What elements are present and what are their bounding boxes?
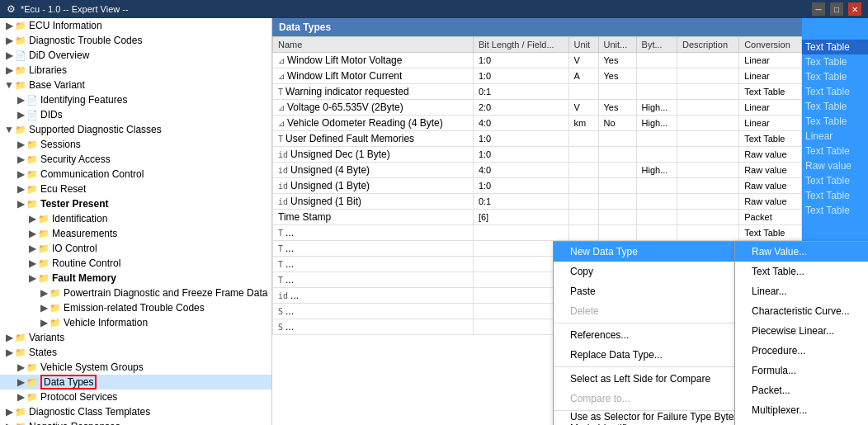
sidebar-item-did-overview[interactable]: ▶📄DiD Overview bbox=[0, 48, 271, 63]
tree-label-data-types: Data Types bbox=[44, 376, 93, 388]
sidebar-item-identification[interactable]: ▶📁Identification bbox=[0, 211, 271, 226]
tree-toggle-supported-classes[interactable]: ▼ bbox=[3, 124, 15, 135]
sub-item-procedure[interactable]: Procedure... bbox=[735, 341, 868, 361]
sidebar-item-identifying[interactable]: ▶📄Identifying Features bbox=[0, 92, 271, 107]
sidebar-item-base-variant[interactable]: ▼📁Base Variant bbox=[0, 78, 271, 92]
right-col-label: Text Table bbox=[805, 175, 850, 187]
sub-item-linear[interactable]: Linear... bbox=[735, 281, 868, 301]
sidebar-item-data-types[interactable]: ▶📁Data Types bbox=[0, 375, 271, 390]
sidebar-item-routine-control[interactable]: ▶📁Routine Control bbox=[0, 256, 271, 271]
tree-toggle-libraries[interactable]: ▶ bbox=[3, 64, 15, 76]
sidebar-item-protocol-services[interactable]: ▶📁Protocol Services bbox=[0, 390, 271, 404]
sub-item-formula[interactable]: Formula... bbox=[735, 361, 868, 380]
tree-toggle-did-overview[interactable]: ▶ bbox=[3, 50, 15, 61]
table-row[interactable]: idUnsigned (4 Byte)4:0High...Raw value bbox=[273, 163, 802, 178]
tree-toggle-identification[interactable]: ▶ bbox=[26, 213, 38, 224]
sidebar-item-ecu-info[interactable]: ▶📁ECU Information bbox=[0, 18, 271, 33]
sub-item-characteristic-curve[interactable]: Characteristic Curve... bbox=[735, 301, 868, 321]
row-icon: T bbox=[278, 276, 283, 285]
tree-toggle-base-variant[interactable]: ▼ bbox=[3, 79, 15, 91]
tree-toggle-comm-control[interactable]: ▶ bbox=[15, 168, 26, 180]
table-row[interactable]: ⊿Voltage 0-65.535V (2Byte)2:0VYesHigh...… bbox=[273, 100, 802, 116]
sidebar-item-states[interactable]: ▶📁States bbox=[0, 345, 271, 360]
cell-name-text: Unsigned (1 Bit) bbox=[290, 196, 361, 207]
tree-toggle-identifying[interactable]: ▶ bbox=[15, 94, 26, 106]
tree-toggle-vehicle-sys-groups[interactable]: ▶ bbox=[15, 361, 26, 373]
right-col-label: Text Table bbox=[805, 205, 850, 216]
table-row[interactable]: idUnsigned Dec (1 Byte)1:0Raw value bbox=[273, 147, 802, 163]
sub-item-iteration-data-type[interactable]: Iteration Data Type▶ bbox=[735, 420, 868, 425]
tree-toggle-emission-trouble[interactable]: ▶ bbox=[38, 302, 50, 314]
tree-label-diag-class-templates: Diagnostic Class Templates bbox=[29, 406, 150, 418]
maximize-button[interactable]: □ bbox=[830, 2, 843, 16]
tree-toggle-fault-memory[interactable]: ▶ bbox=[26, 272, 38, 284]
tree-toggle-protocol-services[interactable]: ▶ bbox=[15, 391, 26, 403]
cell-unit2 bbox=[598, 84, 636, 100]
sub-item-text-table[interactable]: Text Table... bbox=[735, 262, 868, 281]
sidebar-item-measurements[interactable]: ▶📁Measurements bbox=[0, 226, 271, 241]
sidebar-item-powertrain-diag[interactable]: ▶📁Powertrain Diagnostic and Freeze Frame… bbox=[0, 286, 271, 300]
sidebar-item-sessions[interactable]: ▶📁Sessions bbox=[0, 137, 271, 152]
cell-unit bbox=[568, 84, 598, 100]
sub-item-multiplexer[interactable]: Multiplexer... bbox=[735, 400, 868, 420]
sidebar-item-vehicle-info[interactable]: ▶📁Vehicle Information bbox=[0, 315, 271, 330]
tree-icon-comm-control: 📁 bbox=[26, 169, 38, 180]
sidebar-item-io-control[interactable]: ▶📁IO Control bbox=[0, 241, 271, 256]
tree-toggle-negative-responses[interactable]: ▶ bbox=[3, 421, 15, 425]
sidebar-item-dtc[interactable]: ▶📁Diagnostic Trouble Codes bbox=[0, 33, 271, 48]
sub-item-piecewise-linear[interactable]: Piecewise Linear... bbox=[735, 321, 868, 341]
tree-toggle-diag-class-templates[interactable]: ▶ bbox=[3, 406, 15, 418]
tree-toggle-data-types[interactable]: ▶ bbox=[15, 376, 26, 388]
cell-byte bbox=[636, 225, 677, 241]
cell-name-text: Window Lift Motor Voltage bbox=[287, 54, 402, 66]
right-col-label: Text Table bbox=[805, 190, 850, 201]
table-row[interactable]: TUser Defined Fault Memories1:0Text Tabl… bbox=[273, 131, 802, 147]
table-row[interactable]: ⊿Vehicle Odometer Reading (4 Byte)4:0kmN… bbox=[273, 116, 802, 131]
table-row[interactable]: TWarning indicator requested0:1Text Tabl… bbox=[273, 84, 802, 100]
sidebar-item-variants[interactable]: ▶📁Variants bbox=[0, 330, 271, 345]
tree-toggle-variants[interactable]: ▶ bbox=[3, 332, 15, 343]
row-icon: ⊿ bbox=[278, 103, 285, 112]
sidebar-item-diag-class-templates[interactable]: ▶📁Diagnostic Class Templates bbox=[0, 404, 271, 419]
tree-toggle-io-control[interactable]: ▶ bbox=[26, 243, 38, 254]
tree-toggle-ecu-reset[interactable]: ▶ bbox=[15, 183, 26, 195]
sidebar-item-emission-trouble[interactable]: ▶📁Emission-related Trouble Codes bbox=[0, 300, 271, 315]
tree-toggle-security-access[interactable]: ▶ bbox=[15, 153, 26, 165]
cell-byte bbox=[636, 210, 677, 225]
tree-toggle-vehicle-info[interactable]: ▶ bbox=[38, 317, 50, 328]
sidebar-item-fault-memory[interactable]: ▶📁Fault Memory bbox=[0, 271, 271, 286]
table-row[interactable]: ⊿Window Lift Motor Current1:0AYesLinear bbox=[273, 68, 802, 84]
sidebar-item-libraries[interactable]: ▶📁Libraries bbox=[0, 63, 271, 78]
table-row[interactable]: Time Stamp[6]Packet bbox=[273, 210, 802, 225]
tree-toggle-tester-present[interactable]: ▶ bbox=[15, 198, 26, 210]
sidebar-item-comm-control[interactable]: ▶📁Communication Control bbox=[0, 167, 271, 182]
tree-toggle-dids[interactable]: ▶ bbox=[15, 109, 26, 120]
sub-item-raw-value[interactable]: Raw Value... bbox=[735, 242, 868, 262]
sidebar-item-dids[interactable]: ▶📄DIDs bbox=[0, 107, 271, 122]
title-bar-icon: ⚙ bbox=[7, 3, 16, 15]
table-row[interactable]: ⊿Window Lift Motor Voltage1:0VYesLinear bbox=[273, 53, 802, 68]
tree-toggle-dtc[interactable]: ▶ bbox=[3, 35, 15, 46]
minimize-button[interactable]: ─ bbox=[812, 2, 825, 16]
table-row[interactable]: T...Text Table bbox=[273, 225, 802, 241]
tree-toggle-measurements[interactable]: ▶ bbox=[26, 228, 38, 239]
tree-toggle-ecu-info[interactable]: ▶ bbox=[3, 20, 15, 31]
sidebar-item-vehicle-sys-groups[interactable]: ▶📁Vehicle System Groups bbox=[0, 360, 271, 375]
cell-bitLength: 4:0 bbox=[473, 116, 568, 131]
sidebar-item-security-access[interactable]: ▶📁Security Access bbox=[0, 152, 271, 167]
cell-name: ⊿Window Lift Motor Current bbox=[273, 68, 474, 84]
tree-toggle-routine-control[interactable]: ▶ bbox=[26, 257, 38, 269]
tree-toggle-powertrain-diag[interactable]: ▶ bbox=[38, 287, 50, 299]
sidebar-item-ecu-reset[interactable]: ▶📁Ecu Reset bbox=[0, 182, 271, 196]
sub-item-packet[interactable]: Packet... bbox=[735, 380, 868, 400]
right-col-item: Text Table bbox=[802, 40, 868, 54]
table-row[interactable]: idUnsigned (1 Bit)0:1Raw value bbox=[273, 194, 802, 210]
sidebar-item-negative-responses[interactable]: ▶📁Negative Responses bbox=[0, 419, 271, 425]
cell-name: TWarning indicator requested bbox=[273, 84, 474, 100]
table-row[interactable]: idUnsigned (1 Byte)1:0Raw value bbox=[273, 178, 802, 194]
tree-toggle-sessions[interactable]: ▶ bbox=[15, 139, 26, 150]
sidebar-item-supported-classes[interactable]: ▼📁Supported Diagnostic Classes bbox=[0, 122, 271, 137]
tree-toggle-states[interactable]: ▶ bbox=[3, 347, 15, 358]
close-button[interactable]: ✕ bbox=[848, 2, 861, 16]
sidebar-item-tester-present[interactable]: ▶📁Tester Present bbox=[0, 196, 271, 211]
